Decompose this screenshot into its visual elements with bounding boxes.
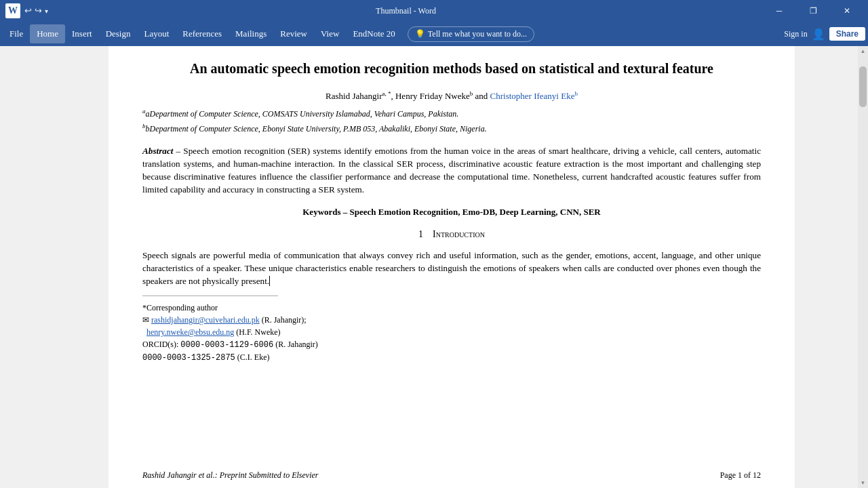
menu-file[interactable]: File [3,24,30,43]
word-app-icon: W [5,3,20,18]
window-controls: ─ ❐ ✕ [764,0,863,22]
section-1-heading: 1 Introduction [142,228,761,241]
page-number: Page 1 of 12 [720,470,761,481]
page-content: An automatic speech emotion recognition … [108,46,795,488]
text-cursor [269,276,270,286]
undo-button[interactable]: ↩ [24,5,32,16]
menu-mailings[interactable]: Mailings [229,24,273,43]
corr-author-line: *Corresponding author [142,302,761,314]
affil-1: aaDepartment of Computer Science, COMSAT… [142,107,761,120]
affiliation-block: aaDepartment of Computer Science, COMSAT… [142,107,761,135]
menu-layout[interactable]: Layout [137,24,176,43]
email-1-link[interactable]: rashidjahangir@cuivehari.edu.pk [151,315,260,325]
menu-view[interactable]: View [314,24,346,43]
author-christopher: Christopher Ifeanyi Ekeb [490,91,578,101]
close-button[interactable]: ✕ [831,0,863,22]
sign-in-button[interactable]: Sign in [784,29,807,39]
vertical-scrollbar[interactable]: ▲ ▼ [858,46,868,488]
abstract-label: Abstract [142,146,173,156]
abstract-body: – Speech emotion recognition (SER) syste… [142,146,761,195]
abstract-block: Abstract – Speech emotion recognition (S… [142,144,761,197]
scrollbar-thumb[interactable] [859,66,867,107]
email-2-link[interactable]: henry.nweke@ebsu.edu.ng [146,327,234,337]
left-margin [0,46,108,488]
tell-me-input[interactable]: 💡 Tell me what you want to do... [408,26,534,42]
document-area: An automatic speech emotion recognition … [0,46,868,488]
email-2-line: henry.nweke@ebsu.edu.ng (H.F. Nweke) [142,326,761,338]
footer-left: Rashid Jahangir et al.: Preprint Submitt… [142,470,319,481]
keywords-block: Keywords – Speech Emotion Recognition, E… [142,206,761,219]
share-button[interactable]: Share [829,27,865,41]
orcid-1-line: ORCID(s): 0000-0003-1129-6006 (R. Jahang… [142,338,761,351]
page-footer: Rashid Jahangir et al.: Preprint Submitt… [142,470,761,481]
title-bar-left: W ↩ ↪ ▾ [5,3,48,18]
paper-title: An automatic speech emotion recognition … [142,60,761,77]
menu-home[interactable]: Home [30,24,65,43]
footnote-section: *Corresponding author ✉ rashidjahangir@c… [142,296,761,364]
window-title: Thumbnail - Word [48,6,764,16]
authors-line: Rashid Jahangira, *, Henry Friday Nwekeb… [142,89,761,103]
menu-endnote[interactable]: EndNote 20 [346,24,401,43]
quick-access-toolbar: ↩ ↪ ▾ [24,5,48,16]
restore-button[interactable]: ❐ [797,0,829,22]
body-text-1: Speech signals are powerful media of com… [142,249,761,287]
email-1-line: ✉ rashidjahangir@cuivehari.edu.pk (R. Ja… [142,314,761,326]
menu-references[interactable]: References [176,24,229,43]
menu-bar: File Home Insert Design Layout Reference… [0,22,868,46]
scroll-up-arrow[interactable]: ▲ [861,46,866,56]
quick-access-dropdown[interactable]: ▾ [45,7,48,15]
footnote-separator [142,296,278,296]
author-rashid: Rashid Jahangira, *, Henry Friday Nwekeb… [326,91,490,101]
menu-design[interactable]: Design [99,24,138,43]
orcid-2-line: 0000-0003-1325-2875 (C.I. Eke) [142,351,761,364]
redo-button[interactable]: ↪ [35,5,42,16]
footnote-content: *Corresponding author ✉ rashidjahangir@c… [142,302,761,364]
title-bar: W ↩ ↪ ▾ Thumbnail - Word ─ ❐ ✕ [0,0,868,22]
menu-insert[interactable]: Insert [65,24,99,43]
scroll-down-arrow[interactable]: ▼ [861,478,866,488]
right-margin: ▲ ▼ [795,46,868,488]
menu-review[interactable]: Review [273,24,314,43]
menu-right: Sign in 👤 Share [784,27,865,41]
affil-2: bbDepartment of Computer Science, Ebonyi… [142,122,761,135]
minimize-button[interactable]: ─ [764,0,795,22]
